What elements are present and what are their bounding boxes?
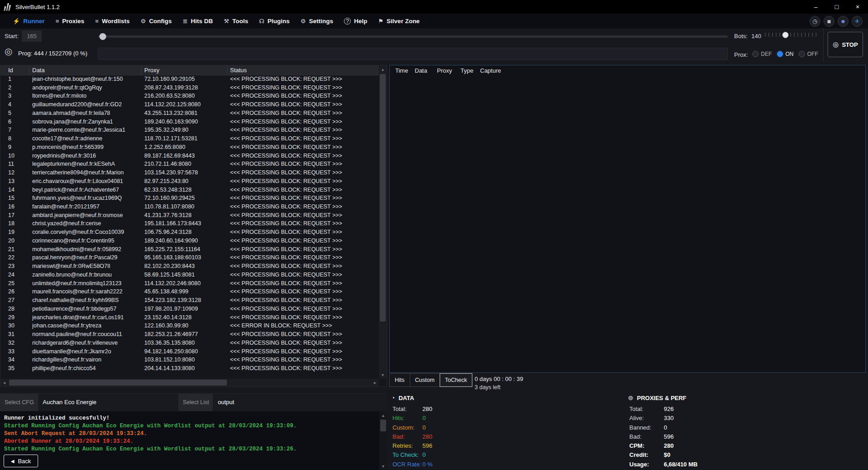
capture-header: TimeDataProxyTypeCapture	[390, 65, 865, 75]
table-row[interactable]: 19coralie.corvelyn@neuf.fr:Coco10039106.…	[0, 228, 379, 237]
table-row[interactable]: 9p.moncenis@neuf.fr:5653991.2.252.65:808…	[0, 143, 379, 152]
nav-item-runner[interactable]: ⚡Runner	[13, 18, 44, 25]
table-row[interactable]: 29jeancharles.dirat@neuf.fr:carLos19123.…	[0, 314, 379, 322]
table-row[interactable]: 2andoprelr@neuf.fr:qtOgRqy208.87.243.199…	[0, 84, 379, 93]
nav-item-configs[interactable]: ⚙Configs	[141, 18, 172, 25]
nav-item-proxies[interactable]: ≡Proxies	[55, 18, 84, 25]
start-slider-handle[interactable]	[99, 33, 106, 40]
table-row[interactable]: 3ltorres@neuf.fr:miloto216.200.63.52:808…	[0, 92, 379, 101]
horizontal-scrollbar-thumb[interactable]	[9, 380, 227, 386]
history-icon[interactable]: ◷	[809, 16, 820, 27]
tab-hits[interactable]: Hits	[389, 373, 410, 387]
clock-icon: ◔	[391, 394, 395, 401]
vertical-scrollbar-thumb[interactable]	[380, 74, 386, 322]
table-row[interactable]: 33diuettamanlle@neuf.fr:Jkamr2o94.182.14…	[0, 348, 379, 356]
column-header-capture[interactable]: Capture	[480, 67, 501, 74]
table-row[interactable]: 10roypedrinis@neuf.fr:301689.187.162.69:…	[0, 152, 379, 161]
column-header-data[interactable]: Data	[415, 67, 427, 74]
table-row[interactable]: 15fuhrmann.yves@neuf.fr:ucaz1969Q72.10.1…	[0, 194, 379, 203]
table-row[interactable]: 21mohamedkhoudmi@neuf.fr:058992165.225.7…	[0, 246, 379, 254]
table-row[interactable]: 7marie-pierre.comte@neuf.fr:Jessica1195.…	[0, 126, 379, 135]
cell-id: 24	[8, 272, 27, 278]
slider-ticks	[765, 33, 819, 37]
minimize-button[interactable]: –	[805, 0, 826, 14]
column-header-type[interactable]: Type	[461, 67, 473, 74]
table-row[interactable]: 27charef.nathalie@neuf.fr:kyhh99BS154.22…	[0, 297, 379, 305]
start-slider[interactable]	[98, 33, 728, 40]
table-row[interactable]: 14beyl.patrick@neuf.fr:Achatvente6762.33…	[0, 186, 379, 195]
table-row[interactable]: 24zaninello.bruno@neuf.fr:brunou58.69.12…	[0, 271, 379, 280]
cell-id: 35	[8, 365, 27, 371]
nav-item-help[interactable]: ?Help	[344, 18, 367, 25]
maximize-button[interactable]: □	[826, 0, 847, 14]
selected-wordlist-value[interactable]: output	[218, 399, 234, 406]
table-row[interactable]: 35phillipe@neuf.fr:chicco54204.14.14.133…	[0, 365, 379, 373]
telegram-icon[interactable]: ✈	[852, 16, 863, 27]
bots-slider-handle[interactable]	[782, 32, 789, 38]
table-row[interactable]: 34richardgilles@neuf.fr:vairon103.81.152…	[0, 356, 379, 365]
column-header-status[interactable]: Status	[230, 67, 247, 74]
stop-button[interactable]: ◎ STOP	[828, 32, 863, 57]
table-row[interactable]: 26maurell.francois@neuf.fr:sarah222245.6…	[0, 288, 379, 297]
results-vertical-scrollbar[interactable]: ▴ ▾	[379, 65, 387, 379]
table-row[interactable]: 17amblard.jeanpierre@neuf.fr:osmose41.23…	[0, 212, 379, 220]
discord-icon[interactable]: ☻	[838, 16, 848, 27]
close-button[interactable]: ×	[847, 0, 868, 14]
scroll-right-arrow-icon[interactable]: ▸	[371, 379, 379, 386]
column-header-proxy[interactable]: Proxy	[144, 67, 159, 74]
nav-item-plugins[interactable]: ☊Plugins	[259, 18, 289, 25]
table-row[interactable]: 12terriercatherine8094@neuf.fr:Marion103…	[0, 169, 379, 178]
table-row[interactable]: 4guillaumedurand2200@neuf.fr:GD2114.132.…	[0, 101, 379, 109]
column-header-data[interactable]: Data	[32, 67, 44, 74]
column-header-proxy[interactable]: Proxy	[437, 67, 452, 74]
log-lines: Runner initialized succesfully!Started R…	[4, 415, 383, 453]
table-row[interactable]: 31normand.pauline@neuf.fr:coucou11182.25…	[0, 331, 379, 339]
tab-tocheck[interactable]: ToCheck	[440, 373, 473, 387]
table-row[interactable]: 28petiotlaurence@neuf.fr:bbdegp57197.98.…	[0, 305, 379, 314]
column-header-id[interactable]: Id	[8, 67, 13, 74]
table-row[interactable]: 18christ.yazed@neuf.fr:cerise195.181.166…	[0, 220, 379, 228]
scroll-up-arrow-icon[interactable]: ▴	[379, 411, 387, 419]
cell-id: 18	[8, 220, 27, 227]
nav-item-settings[interactable]: ⚙Settings	[300, 18, 333, 25]
tab-custom[interactable]: Custom	[410, 373, 440, 387]
prox-option-on[interactable]: ON	[777, 51, 794, 57]
nav-item-hits-db[interactable]: ≣Hits DB	[183, 18, 213, 25]
table-row[interactable]: 22pascal.henryon@neuf.fr:Pascal2995.165.…	[0, 254, 379, 262]
back-button[interactable]: ◀ Back	[4, 455, 38, 467]
scroll-down-arrow-icon[interactable]: ▾	[379, 462, 387, 470]
nav-item-wordlists[interactable]: ≡Wordlists	[95, 18, 130, 25]
cell-status: <<< PROCESSING BLOCK: REQUEST >>>	[230, 331, 378, 337]
table-row[interactable]: 13eric.chavaroux@neuf.fr:Liloux0408182.9…	[0, 178, 379, 186]
table-row[interactable]: 6sobrova.jana@neuf.fr:Zanynka1189.240.60…	[0, 118, 379, 127]
start-input[interactable]	[22, 30, 42, 42]
table-row[interactable]: 20corinnecano@neuf.fr:Corentin95189.240.…	[0, 237, 379, 246]
table-row[interactable]: 25unlimited@neuf.fr:mnolimitq123123114.1…	[0, 280, 379, 288]
selected-config-value[interactable]: Auchan Eco Energie	[43, 399, 97, 406]
table-row[interactable]: 16faralain@neuf.fr:20121957110.78.81.107…	[0, 203, 379, 212]
results-horizontal-scrollbar[interactable]: ◂ ▸	[0, 379, 379, 386]
cell-data: faralain@neuf.fr:20121957	[32, 203, 142, 210]
cell-status: <<< PROCESSING BLOCK: REQUEST >>>	[230, 212, 378, 218]
table-row[interactable]: 1jean-christophe.boquet@neuf.fr:15072.10…	[0, 75, 379, 84]
scroll-up-arrow-icon[interactable]: ▴	[379, 65, 387, 73]
table-row[interactable]: 8cocotte17@neuf.fr:adrienne118.70.12.171…	[0, 135, 379, 143]
table-row[interactable]: 32richardgerard6@neuf.fr:villeneuve103.3…	[0, 339, 379, 348]
log-vertical-scrollbar[interactable]: ▴ ▾	[379, 411, 387, 470]
prox-option-off[interactable]: OFF	[799, 51, 818, 57]
bots-slider[interactable]	[765, 31, 819, 40]
scroll-down-arrow-icon[interactable]: ▾	[379, 371, 387, 379]
cell-proxy: 195.35.32.249:80	[144, 127, 229, 133]
camera-icon[interactable]: ◙	[824, 16, 834, 27]
column-header-time[interactable]: Time	[395, 67, 408, 74]
table-row[interactable]: 23marieswt@neuf.fr:0RwE58O7Il82.102.20.2…	[0, 262, 379, 271]
nav-item-tools[interactable]: ⚒Tools	[224, 18, 248, 25]
prox-option-def[interactable]: DEF	[752, 51, 772, 57]
table-row[interactable]: 5aamara.ahmad@neuf.fr:leila7843.255.113.…	[0, 109, 379, 118]
scroll-left-arrow-icon[interactable]: ◂	[0, 379, 8, 386]
nav-item-label: Settings	[309, 18, 333, 25]
log-scrollbar-thumb[interactable]	[380, 420, 386, 431]
nav-item-silver-zone[interactable]: ⚑Silver Zone	[378, 18, 419, 25]
table-row[interactable]: 11legalepturkmen@neuf.fr:kESehA210.72.11…	[0, 160, 379, 169]
table-row[interactable]: 30johan.casse@neuf.fr:ytreza122.160.30.9…	[0, 322, 379, 331]
